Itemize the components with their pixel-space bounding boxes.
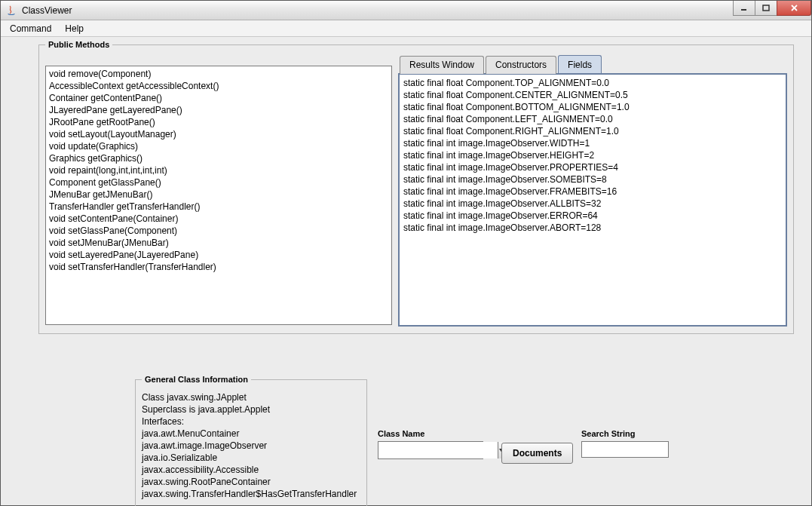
method-item[interactable]: Container getContentPane()	[49, 92, 388, 104]
method-item[interactable]: void repaint(long,int,int,int,int)	[49, 164, 388, 176]
info-line: Superclass is java.applet.Applet	[142, 403, 360, 416]
info-line: javax.accessibility.Accessible	[142, 464, 360, 476]
field-item[interactable]: static final int image.ImageObserver.ALL…	[403, 198, 782, 210]
titlebar[interactable]: ClassViewer	[1, 1, 811, 20]
app-window: ClassViewer Command Help Public Methods …	[0, 0, 812, 506]
menu-command[interactable]: Command	[4, 21, 57, 36]
search-string-input[interactable]	[581, 441, 669, 458]
field-item[interactable]: static final float Component.LEFT_ALIGNM…	[403, 113, 782, 125]
method-item[interactable]: JMenuBar getJMenuBar()	[49, 189, 388, 201]
java-icon	[5, 5, 17, 17]
search-string-section: Search String	[581, 429, 669, 458]
window-title: ClassViewer	[22, 5, 72, 16]
tab-strip: Results Window Constructors Fields	[400, 55, 787, 73]
field-item[interactable]: static final float Component.CENTER_ALIG…	[403, 89, 782, 101]
fields-panel[interactable]: static final float Component.TOP_ALIGNME…	[398, 73, 787, 327]
field-item[interactable]: static final int image.ImageObserver.ERR…	[403, 210, 782, 222]
tab-results-window[interactable]: Results Window	[400, 56, 484, 74]
public-methods-legend: Public Methods	[45, 40, 112, 49]
public-methods-list[interactable]: void remove(Component)AccessibleContext …	[45, 66, 392, 325]
class-name-input[interactable]	[378, 442, 498, 458]
method-item[interactable]: void remove(Component)	[49, 68, 388, 80]
field-item[interactable]: static final int image.ImageObserver.ABO…	[403, 222, 782, 234]
tabs-container: Results Window Constructors Fields stati…	[398, 55, 787, 327]
method-item[interactable]: JRootPane getRootPane()	[49, 116, 388, 128]
minimize-button[interactable]	[733, 1, 755, 16]
field-item[interactable]: static final int image.ImageObserver.FRA…	[403, 186, 782, 198]
info-line: Interfaces:	[142, 416, 360, 428]
field-item[interactable]: static final float Component.RIGHT_ALIGN…	[403, 125, 782, 137]
method-item[interactable]: void setGlassPane(Component)	[49, 225, 388, 237]
info-line: Class javax.swing.JApplet	[142, 391, 360, 403]
info-line: java.awt.MenuContainer	[142, 428, 360, 440]
public-methods-group: Public Methods void remove(Component)Acc…	[38, 40, 794, 334]
info-line: java.io.Serializable	[142, 452, 360, 464]
field-item[interactable]: static final float Component.BOTTOM_ALIG…	[403, 101, 782, 113]
maximize-button[interactable]	[755, 1, 777, 16]
menu-help[interactable]: Help	[59, 21, 90, 36]
method-item[interactable]: Component getGlassPane()	[49, 176, 388, 189]
tab-constructors[interactable]: Constructors	[486, 56, 556, 74]
method-item[interactable]: void setLayeredPane(JLayeredPane)	[49, 249, 388, 261]
info-line: java.awt.image.ImageObserver	[142, 440, 360, 452]
field-item[interactable]: static final int image.ImageObserver.HEI…	[403, 149, 782, 161]
general-class-info-group: General Class Information Class javax.sw…	[135, 375, 367, 506]
field-item[interactable]: static final int image.ImageObserver.PRO…	[403, 161, 782, 173]
search-string-label: Search String	[581, 429, 669, 438]
general-class-info-legend: General Class Information	[142, 375, 251, 384]
class-name-label: Class Name	[378, 429, 483, 438]
field-item[interactable]: static final float Component.TOP_ALIGNME…	[403, 77, 782, 89]
class-name-combo[interactable]	[378, 441, 483, 459]
info-line: javax.swing.RootPaneContainer	[142, 476, 360, 488]
close-button[interactable]	[777, 1, 811, 16]
method-item[interactable]: AccessibleContext getAccessibleContext()	[49, 80, 388, 92]
class-name-section: Class Name	[378, 429, 483, 459]
method-item[interactable]: void setContentPane(Container)	[49, 213, 388, 225]
method-item[interactable]: Graphics getGraphics()	[49, 152, 388, 164]
menubar: Command Help	[1, 20, 811, 37]
method-item[interactable]: JLayeredPane getLayeredPane()	[49, 104, 388, 116]
method-item[interactable]: TransferHandler getTransferHandler()	[49, 201, 388, 213]
documents-button[interactable]: Documents	[501, 443, 573, 464]
field-item[interactable]: static final int image.ImageObserver.WID…	[403, 137, 782, 149]
content-area: Public Methods void remove(Component)Acc…	[1, 37, 811, 505]
window-controls	[734, 1, 811, 16]
method-item[interactable]: void update(Graphics)	[49, 140, 388, 152]
method-item[interactable]: void setTransferHandler(TransferHandler)	[49, 261, 388, 273]
method-item[interactable]: void setJMenuBar(JMenuBar)	[49, 237, 388, 249]
method-item[interactable]: void setLayout(LayoutManager)	[49, 128, 388, 140]
general-class-info-list: Class javax.swing.JAppletSuperclass is j…	[142, 390, 360, 500]
info-line: javax.swing.TransferHandler$HasGetTransf…	[142, 488, 360, 500]
tab-fields[interactable]: Fields	[558, 55, 602, 73]
field-item[interactable]: static final int image.ImageObserver.SOM…	[403, 173, 782, 186]
svg-rect-1	[763, 5, 769, 11]
